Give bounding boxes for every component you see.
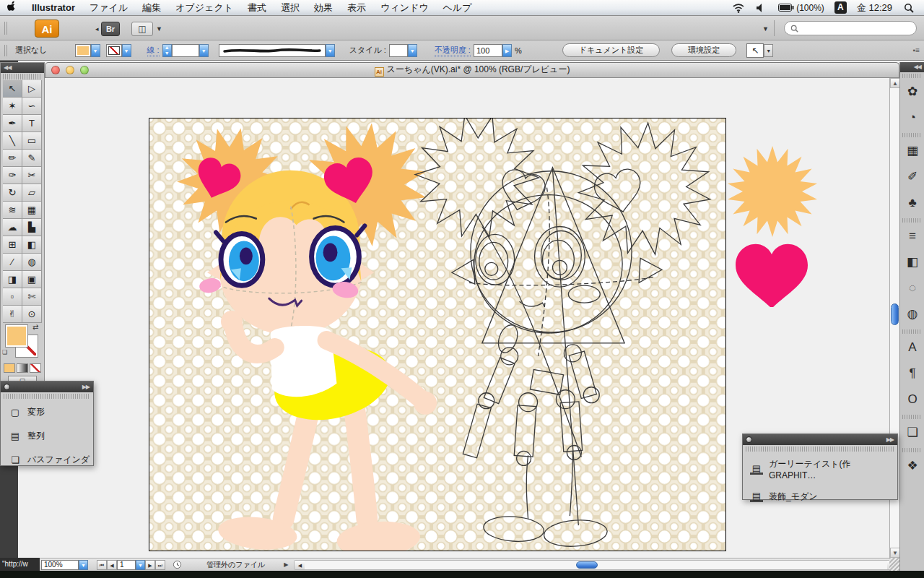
symbol-sprayer-tool[interactable]: ☁ xyxy=(3,219,22,236)
style-caret[interactable]: ▼ xyxy=(408,44,417,57)
pasteboard-artwork[interactable] xyxy=(725,141,827,307)
line-tool[interactable]: ╲ xyxy=(3,132,22,150)
warp-tool[interactable]: ≋ xyxy=(3,202,22,219)
input-method-indicator[interactable]: A xyxy=(834,1,847,14)
libraries-panel-grip[interactable] xyxy=(746,447,894,452)
paintbrush-tool[interactable]: ✏ xyxy=(3,150,22,167)
menu-help[interactable]: ヘルプ xyxy=(436,0,479,16)
lasso-tool[interactable]: ∽ xyxy=(22,98,42,115)
brushes-panel-button[interactable]: ✐ xyxy=(900,165,924,191)
selection-tool[interactable]: ↖ xyxy=(3,80,22,98)
graph-tool[interactable]: ▙ xyxy=(22,219,42,236)
rotate-tool[interactable]: ↻ xyxy=(3,184,22,202)
panel-close-icon[interactable] xyxy=(4,384,10,390)
menu-edit[interactable]: 編集 xyxy=(135,0,168,16)
stroke-weight-stepper[interactable]: ▲▼ xyxy=(162,44,172,57)
stroke-color-swatch[interactable] xyxy=(106,44,122,57)
sun-symbol[interactable] xyxy=(728,146,817,237)
artboard-number-field[interactable]: 1 xyxy=(117,560,136,570)
artboard-caret[interactable]: ▼ xyxy=(136,560,145,570)
battery-indicator[interactable]: (100%) xyxy=(778,3,824,13)
eyedropper-tool[interactable]: ∕ xyxy=(3,254,22,271)
zoom-level-caret[interactable]: ▼ xyxy=(79,560,88,570)
brush-definition-field[interactable] xyxy=(219,44,326,57)
scroll-left-button[interactable]: ◀ xyxy=(295,561,305,569)
artboard-tool[interactable]: ▫ xyxy=(3,288,22,306)
appbar-grip[interactable] xyxy=(4,22,8,35)
zoom-tool[interactable]: ⊙ xyxy=(22,306,42,323)
dock-group-grip[interactable] xyxy=(902,74,922,78)
rectangle-tool[interactable]: ▭ xyxy=(22,132,42,150)
symbols-panel-button[interactable]: ♣ xyxy=(900,191,924,217)
status-clock-icon[interactable] xyxy=(173,560,182,569)
stroke-swatch-caret[interactable]: ▼ xyxy=(122,44,131,57)
selection-options-caret[interactable]: ▼ xyxy=(764,44,773,57)
zoom-level-field[interactable]: 100% xyxy=(41,560,79,570)
dock-group-grip[interactable] xyxy=(902,329,922,334)
appearance-panel-button[interactable]: ❏ xyxy=(900,420,924,447)
transform-panel-grip[interactable] xyxy=(4,394,90,399)
pencil-tool[interactable]: ✎ xyxy=(22,150,42,167)
libraries-panel-header[interactable]: ▶▶ xyxy=(743,434,897,445)
panel-expand-icon[interactable]: ▶▶ xyxy=(886,436,897,443)
swap-fill-stroke-icon[interactable]: ⇄ xyxy=(32,323,38,331)
control-panel-menu-icon[interactable]: ▪≡ xyxy=(913,46,920,54)
library-decoration-modern[interactable]: ▤ 装飾_モダン xyxy=(743,486,897,508)
menu-select[interactable]: 選択 xyxy=(274,0,307,16)
fill-color-swatch[interactable] xyxy=(75,44,91,57)
scroll-down-button[interactable]: ▼ xyxy=(890,548,900,558)
dock-header[interactable]: ◀◀ xyxy=(900,62,924,72)
tools-panel-header[interactable]: ◀◀ xyxy=(1,63,44,73)
blend-tool[interactable]: ◍ xyxy=(22,254,42,271)
file-status-label[interactable]: 管理外のファイル xyxy=(206,560,265,570)
panel-close-icon[interactable] xyxy=(746,436,752,443)
opacity-link[interactable]: 不透明度 : xyxy=(435,45,471,56)
bridge-button[interactable]: Br xyxy=(101,22,120,36)
first-artboard-button[interactable]: ⏮ xyxy=(97,560,107,570)
menu-window[interactable]: ウィンドウ xyxy=(373,0,436,16)
next-artboard-button[interactable]: ▶ xyxy=(145,560,155,570)
appbar-dropdown-caret[interactable]: ▼ xyxy=(762,25,769,33)
gradient-panel-button[interactable]: ◧ xyxy=(900,250,924,276)
dock-group-grip[interactable] xyxy=(902,448,922,452)
workspace-caret-icon[interactable]: ▼ xyxy=(156,25,162,33)
menu-clock[interactable]: 金 12:29 xyxy=(857,1,892,14)
magic-wand-tool[interactable]: ✶ xyxy=(3,98,22,115)
color-guide-panel-button[interactable]: ◔ xyxy=(900,105,924,131)
preferences-button[interactable]: 環境設定 xyxy=(671,43,736,57)
heart-symbol[interactable] xyxy=(736,244,808,307)
spotlight-icon[interactable] xyxy=(902,3,915,13)
layers-panel-button[interactable]: ❖ xyxy=(900,454,924,480)
color-panel-button[interactable]: ✿ xyxy=(900,79,924,105)
workspace-switcher-button[interactable]: ◫ xyxy=(131,22,153,36)
direct-selection-tool[interactable]: ▷ xyxy=(22,80,42,98)
transparency-panel-button[interactable]: ◌ xyxy=(900,276,924,302)
fill-swatch-caret[interactable]: ▼ xyxy=(91,44,100,57)
dock-group-grip[interactable] xyxy=(902,218,922,223)
color-mode-button[interactable] xyxy=(4,363,15,373)
style-field[interactable] xyxy=(389,44,408,57)
blob-brush-tool[interactable]: ✑ xyxy=(3,167,22,184)
opacity-caret[interactable]: ▶ xyxy=(502,44,512,57)
stroke-weight-field[interactable] xyxy=(172,44,199,57)
menu-effect[interactable]: 効果 xyxy=(307,0,340,16)
apple-menu[interactable] xyxy=(0,0,25,16)
fill-indicator[interactable] xyxy=(6,325,27,347)
opentype-panel-button[interactable]: O xyxy=(900,387,924,413)
dock-group-grip[interactable] xyxy=(902,415,922,419)
mesh-tool[interactable]: ⊞ xyxy=(3,236,22,254)
library-girly-taste[interactable]: ▤ ガーリーテイスト(作GRAPHIT… xyxy=(743,453,897,486)
hand-tool[interactable]: ✌ xyxy=(3,306,22,323)
volume-icon[interactable] xyxy=(755,3,768,13)
menu-type[interactable]: 書式 xyxy=(240,0,274,16)
window-resize-grip[interactable] xyxy=(889,558,899,571)
tools-panel-grip[interactable] xyxy=(3,74,42,79)
last-artboard-button[interactable]: ⏭ xyxy=(155,560,165,570)
panel-item-pathfinder[interactable]: ❏ パスファインダ xyxy=(1,448,93,472)
controlbar-grip[interactable] xyxy=(4,45,8,56)
horizontal-scrollbar[interactable]: ◀ ▶ xyxy=(294,560,898,570)
free-transform-tool[interactable]: ▦ xyxy=(22,202,42,219)
gradient-tool[interactable]: ◧ xyxy=(22,236,42,254)
opacity-field[interactable]: 100 xyxy=(474,44,502,57)
dock-group-grip[interactable] xyxy=(902,133,922,137)
